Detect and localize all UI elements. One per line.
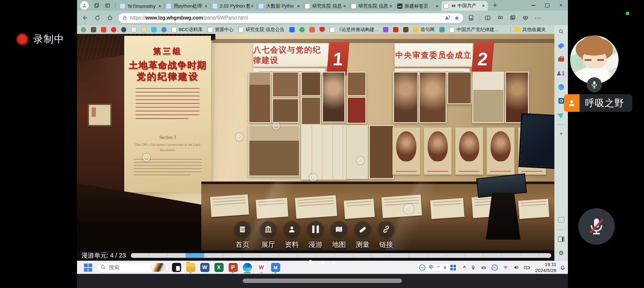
sidebar-search-icon[interactable] [557, 27, 566, 36]
tab-close-icon[interactable]: × [250, 3, 255, 9]
tab-audio-icon[interactable] [451, 3, 456, 8]
read-aloud-icon[interactable]: A) [445, 15, 450, 21]
start-button[interactable] [84, 264, 92, 272]
bookmark-round-logo[interactable] [81, 27, 86, 32]
tab-close-icon[interactable]: × [435, 3, 440, 9]
tab-close-icon[interactable]: × [481, 3, 486, 8]
bookmark-photo[interactable] [91, 27, 96, 32]
collections-icon[interactable] [508, 13, 518, 23]
tab-close-icon[interactable]: × [388, 3, 393, 9]
bookmark-red-flag[interactable] [101, 27, 106, 32]
sidebar-settings-gear-icon[interactable]: ⚙ [557, 248, 566, 258]
tray-ifly-icon[interactable]: iFLY [491, 264, 498, 271]
sidebar-games-icon[interactable]: ♟♝ [557, 68, 566, 78]
pano-nav-link[interactable]: 链接 [369, 221, 403, 249]
sidebar-panel-icon[interactable] [557, 234, 566, 244]
bookmark-colorful[interactable] [309, 27, 315, 32]
address-bar[interactable]: https://www.lzg.whgmbwg.com/pano/SWPano.… [119, 13, 463, 23]
bookmark-essay-doc[interactable]: 《论坚持推动构建... [330, 27, 379, 33]
sidebar-copilot-icon[interactable] [557, 82, 566, 92]
bookmark-zhihu[interactable] [289, 27, 295, 32]
bookmark-bcc-corpus[interactable]: BCC语料库 [171, 27, 203, 33]
pano-hotspot[interactable] [404, 204, 414, 214]
sidebar-shopping-icon[interactable] [557, 41, 566, 50]
tab-new-tab-page[interactable]: 新建标签页 × [395, 1, 441, 11]
bookmark-xi-square[interactable] [403, 27, 408, 32]
ime-chinese-mode-icon[interactable]: 中 [429, 264, 434, 271]
ime-tone-icon[interactable]: °’ [437, 265, 439, 270]
split-screen-icon[interactable] [483, 13, 492, 23]
tab-close-icon[interactable]: × [342, 3, 347, 9]
lock-icon[interactable] [122, 16, 127, 20]
ime-mic-icon[interactable] [443, 265, 447, 270]
microphone-muted-button[interactable] [578, 208, 615, 245]
battery-icon[interactable] [524, 265, 530, 270]
hidden-icons-chevron[interactable]: ^ [463, 265, 466, 270]
tab-bigdata-python[interactable]: 大数据 Pytho × [257, 1, 303, 11]
bookmark-party-emblem[interactable] [111, 27, 116, 32]
tab-tetimomothy[interactable]: TeTimomothy × [118, 1, 164, 11]
ime-toolbar[interactable]: iFLY 中 °’ [417, 263, 458, 272]
back-button[interactable] [80, 13, 90, 23]
scroll-handle[interactable] [243, 279, 402, 283]
sidebar-customize-plus-icon[interactable]: + [557, 129, 566, 139]
bookmark-green-ring[interactable] [299, 27, 305, 32]
bookmark-resource-center[interactable]: 资源中心 [208, 27, 234, 33]
tab-gradschool-2[interactable]: 研究生院 信息 × [349, 1, 395, 11]
reading-list-icon[interactable] [466, 13, 476, 23]
bookmark-calligraphy[interactable] [131, 27, 136, 32]
taskbar-file-explorer[interactable] [185, 262, 197, 274]
other-favorites-folder[interactable]: 其他收藏夹 [514, 27, 546, 33]
browser-essentials-icon[interactable] [521, 13, 530, 23]
tray-clock[interactable]: 19:11 2024/5/28 [535, 262, 556, 274]
ifly-logo-icon[interactable]: iFLY [419, 264, 425, 271]
bookmark-globe[interactable] [121, 27, 126, 32]
bookmark-shield[interactable] [319, 27, 325, 32]
tab-python-202[interactable]: 2.02 Python 数 × [210, 1, 257, 11]
bookmark-grad-school-notice[interactable]: 研究生院 信息公告 [238, 27, 285, 33]
refresh-button[interactable] [93, 13, 102, 23]
pano-viewer[interactable]: 第三组 土地革命战争时期 党的纪律建设 Section 3 The CPC's … [77, 34, 554, 261]
bookmark-cpc-discipline-doc[interactable]: 中国共产党纪律建... [449, 27, 498, 33]
settings-more-icon[interactable]: ⋯ [533, 13, 543, 23]
pano-hotspot[interactable] [273, 122, 280, 129]
pano-hotspot[interactable] [357, 157, 364, 164]
web-capture-icon[interactable] [557, 215, 566, 225]
tour-progress-track[interactable] [131, 253, 551, 258]
page-indicator-dots[interactable] [308, 260, 336, 264]
tab-python-process[interactable]: 用python处理 × [164, 1, 210, 11]
favorites-icon[interactable] [496, 13, 505, 23]
taskbar-powerpoint[interactable]: P [227, 262, 239, 274]
taskbar-app-dark[interactable] [170, 262, 182, 274]
pano-hotspot[interactable] [236, 133, 243, 140]
taskbar-word[interactable]: W [199, 262, 211, 274]
tab-close-icon[interactable]: × [157, 3, 162, 9]
sidebar-drop-icon[interactable] [557, 110, 566, 119]
bookmark-lock[interactable] [151, 27, 157, 32]
tour-progress-thumb[interactable] [186, 253, 204, 258]
favorite-star-icon[interactable]: ★ [454, 14, 459, 22]
tray-mic-icon[interactable] [471, 265, 476, 270]
pano-hotspot[interactable] [310, 174, 317, 181]
notification-bell-icon[interactable] [560, 265, 565, 270]
new-tab-button[interactable]: + [490, 1, 500, 10]
volume-icon[interactable] [514, 265, 519, 270]
tray-gamepad-icon[interactable] [481, 265, 486, 270]
tab-cpc-pano-active[interactable]: 中国共产 × [441, 1, 488, 11]
minimize-button[interactable] [526, 0, 540, 11]
bookmark-classic-text[interactable] [141, 27, 147, 32]
close-button[interactable]: × [554, 0, 568, 11]
taskbar-wps[interactable]: W [255, 262, 267, 274]
tab-gradschool-1[interactable]: 研究生院 信息 × [303, 1, 349, 11]
sidebar-toolbox-icon[interactable] [557, 55, 566, 64]
bookmark-zaoju-site[interactable]: 造句网 [413, 27, 435, 33]
wifi-icon[interactable] [503, 265, 508, 270]
taskbar-search-box[interactable]: 搜索 [97, 263, 168, 272]
bookmark-red-calligraphy[interactable] [393, 27, 398, 32]
home-button[interactable] [105, 13, 115, 23]
workspaces-icon[interactable] [94, 3, 100, 8]
tab-close-icon[interactable]: × [296, 3, 301, 9]
pano-hotspot[interactable] [143, 154, 150, 161]
bookmark-tu-square[interactable] [439, 27, 445, 32]
restore-button[interactable] [540, 0, 554, 11]
